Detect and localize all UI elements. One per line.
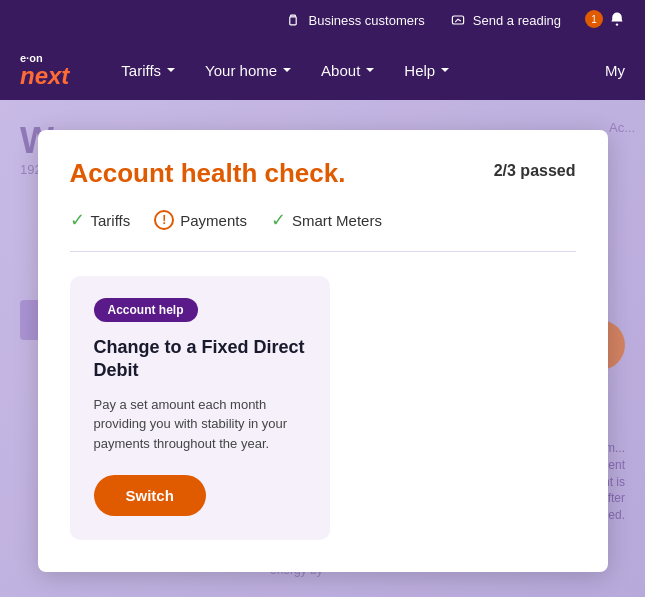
check-warning-icon: !: [154, 210, 174, 230]
switch-button[interactable]: Switch: [94, 475, 206, 516]
modal-title: Account health check.: [70, 158, 346, 189]
logo[interactable]: e·on next: [20, 52, 69, 88]
logo-next-text: next: [20, 64, 69, 88]
check-pass-icon-2: ✓: [271, 209, 286, 231]
chevron-down-icon: [439, 64, 451, 76]
nav-bar: e·on next Tariffs Your home About Help M…: [0, 40, 645, 100]
modal-passed-count: 2/3 passed: [494, 162, 576, 180]
nav-your-home-label: Your home: [205, 62, 277, 79]
check-tariffs: ✓ Tariffs: [70, 209, 131, 231]
nav-items: Tariffs Your home About Help My: [109, 56, 625, 85]
modal-overlay: Account health check. 2/3 passed ✓ Tarif…: [0, 100, 645, 597]
check-pass-icon: ✓: [70, 209, 85, 231]
briefcase-icon: [284, 11, 302, 29]
notification-badge: 1: [585, 10, 603, 28]
check-smart-meters-label: Smart Meters: [292, 212, 382, 229]
chevron-down-icon: [165, 64, 177, 76]
nav-about-label: About: [321, 62, 360, 79]
check-payments: ! Payments: [154, 210, 247, 230]
svg-rect-0: [290, 17, 296, 25]
nav-item-your-home[interactable]: Your home: [193, 56, 305, 85]
chevron-down-icon: [364, 64, 376, 76]
business-customers-label: Business customers: [308, 13, 424, 28]
check-tariffs-label: Tariffs: [91, 212, 131, 229]
svg-point-2: [616, 23, 618, 25]
card-tag: Account help: [94, 298, 198, 322]
top-bar: Business customers Send a reading 1: [0, 0, 645, 40]
check-smart-meters: ✓ Smart Meters: [271, 209, 382, 231]
nav-item-my[interactable]: My: [605, 62, 625, 79]
nav-my-label: My: [605, 62, 625, 79]
check-payments-label: Payments: [180, 212, 247, 229]
notifications-link[interactable]: 1: [585, 11, 625, 30]
nav-item-tariffs[interactable]: Tariffs: [109, 56, 189, 85]
meter-icon: [449, 11, 467, 29]
chevron-down-icon: [281, 64, 293, 76]
send-reading-label: Send a reading: [473, 13, 561, 28]
nav-help-label: Help: [404, 62, 435, 79]
modal-header: Account health check. 2/3 passed: [70, 158, 576, 189]
health-check-modal: Account health check. 2/3 passed ✓ Tarif…: [38, 130, 608, 572]
card-description: Pay a set amount each month providing yo…: [94, 395, 306, 454]
recommendation-card: Account help Change to a Fixed Direct De…: [70, 276, 330, 540]
nav-item-help[interactable]: Help: [392, 56, 463, 85]
nav-tariffs-label: Tariffs: [121, 62, 161, 79]
card-title: Change to a Fixed Direct Debit: [94, 336, 306, 383]
nav-item-about[interactable]: About: [309, 56, 388, 85]
checks-row: ✓ Tariffs ! Payments ✓ Smart Meters: [70, 209, 576, 252]
business-customers-link[interactable]: Business customers: [284, 11, 424, 29]
send-reading-link[interactable]: Send a reading: [449, 11, 561, 29]
bell-icon: [609, 11, 625, 30]
